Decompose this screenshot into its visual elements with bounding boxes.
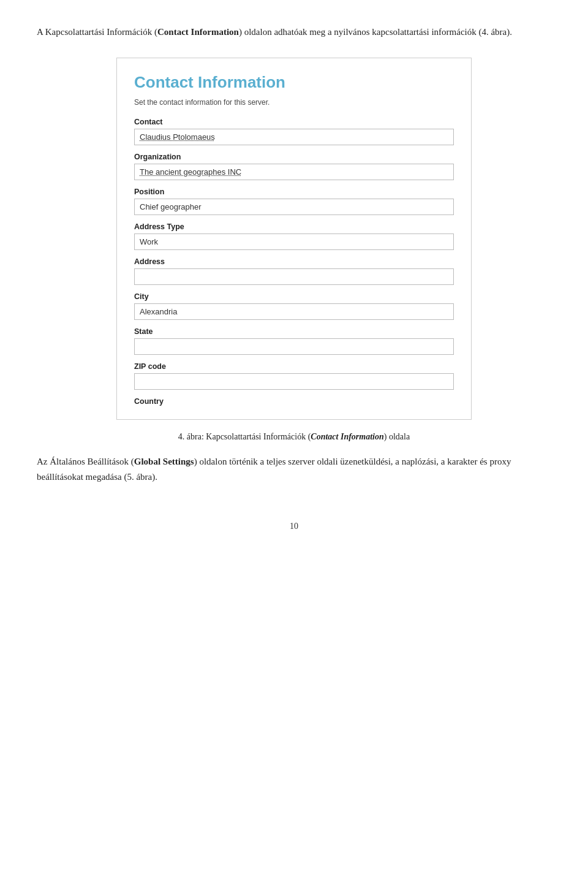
intro-paragraph: A Kapcsolattartási Információk (Contact … xyxy=(37,25,551,39)
page-number: 10 xyxy=(37,522,551,531)
input-zip[interactable] xyxy=(134,373,454,390)
bottom-bold: Global Settings xyxy=(134,457,194,466)
field-contact: Contact xyxy=(134,118,454,145)
intro-text-after-bold: ) oldalon adhatóak meg a nyilvános kapcs… xyxy=(239,27,512,37)
label-city: City xyxy=(134,292,454,301)
field-country: Country xyxy=(134,397,454,406)
field-zip: ZIP code xyxy=(134,362,454,390)
input-address-type[interactable] xyxy=(134,233,454,250)
label-contact: Contact xyxy=(134,118,454,126)
label-address-type: Address Type xyxy=(134,222,454,231)
field-state: State xyxy=(134,327,454,355)
label-position: Position xyxy=(134,188,454,196)
input-city[interactable] xyxy=(134,303,454,320)
label-state: State xyxy=(134,327,454,336)
field-city: City xyxy=(134,292,454,320)
input-address[interactable] xyxy=(134,268,454,285)
input-position[interactable] xyxy=(134,199,454,215)
intro-bold: Contact Information xyxy=(157,27,239,37)
intro-text-before-bold: A Kapcsolattartási Információk ( xyxy=(37,27,157,37)
figure-caption: 4. ábra: Kapcsolattartási Információk (C… xyxy=(37,432,551,442)
form-subtitle: Set the contact information for this ser… xyxy=(134,98,454,107)
label-organization: Organization xyxy=(134,153,454,161)
form-title: Contact Information xyxy=(134,73,454,92)
bottom-paragraph: Az Általános Beállítások (Global Setting… xyxy=(37,454,551,485)
caption-before-bold: ábra: Kapcsolattartási Információk ( xyxy=(187,432,311,441)
caption-bold: Contact Information xyxy=(311,432,383,441)
caption-number: 4. xyxy=(178,432,185,441)
caption-after-bold: ) oldala xyxy=(384,432,410,441)
contact-info-box: Contact Information Set the contact info… xyxy=(116,58,472,420)
input-contact[interactable] xyxy=(134,129,454,145)
input-state[interactable] xyxy=(134,338,454,355)
label-country: Country xyxy=(134,397,454,406)
label-address: Address xyxy=(134,257,454,266)
field-address: Address xyxy=(134,257,454,285)
label-zip: ZIP code xyxy=(134,362,454,371)
bottom-before-bold: Az Általános Beállítások ( xyxy=(37,457,134,466)
field-address-type: Address Type xyxy=(134,222,454,250)
screenshot-container: Contact Information Set the contact info… xyxy=(37,58,551,420)
field-position: Position xyxy=(134,188,454,215)
field-organization: Organization xyxy=(134,153,454,180)
input-organization[interactable] xyxy=(134,164,454,180)
